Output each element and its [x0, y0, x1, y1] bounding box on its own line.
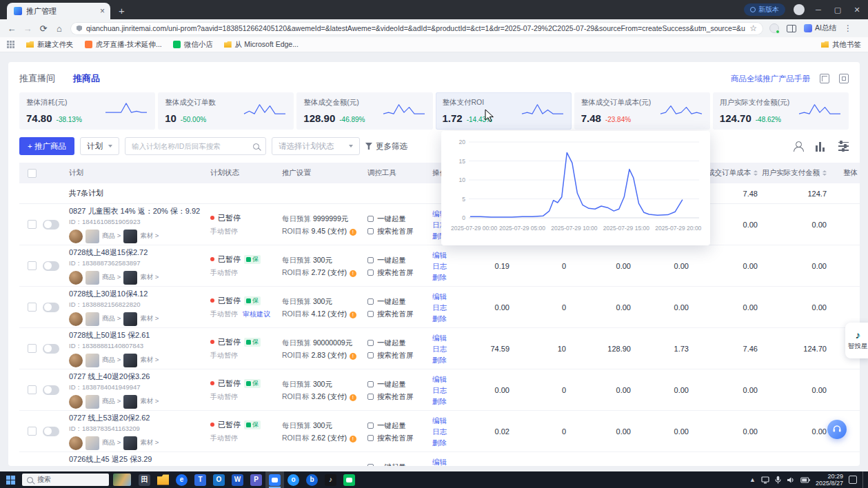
show-desktop-button[interactable]	[862, 471, 865, 488]
widgets-photo-icon[interactable]	[113, 474, 131, 486]
back-icon[interactable]: ←	[7, 24, 17, 33]
notification-center-icon[interactable]	[849, 476, 857, 484]
material-thumbnail[interactable]	[123, 312, 137, 326]
product-link[interactable]: 商品 >	[102, 273, 121, 282]
window-close-button[interactable]: ✕	[851, 6, 862, 14]
review-suggestion-link[interactable]: 审核建议	[243, 309, 270, 319]
material-thumbnail[interactable]	[123, 271, 137, 285]
app-icon-purple[interactable]: P	[247, 471, 265, 488]
row-checkbox[interactable]	[28, 303, 37, 312]
metric-card[interactable]: 整体成交金额(元)128.90-46.89%	[296, 92, 432, 130]
metric-card[interactable]: 整体成交订单成本(元)7.48-23.84%	[574, 92, 710, 130]
row-enable-toggle[interactable]	[43, 427, 59, 436]
browser-menu-icon[interactable]: ⋮	[844, 23, 852, 33]
url-text[interactable]: qianchuan.jinritemai.com/uni-prom?aavid=…	[86, 24, 745, 32]
op-link[interactable]: 编辑	[432, 415, 467, 426]
customer-service-button[interactable]	[827, 420, 847, 439]
forward-icon[interactable]: →	[23, 24, 32, 33]
product-thumbnail[interactable]	[85, 271, 99, 285]
op-link[interactable]: 日志	[432, 302, 467, 313]
material-thumbnail[interactable]	[123, 354, 137, 367]
campaign-name-link[interactable]: 0728线上48退15保2.72	[69, 247, 206, 258]
volume-icon[interactable]	[787, 476, 795, 484]
bookmark-item[interactable]: 虎牙直播-技术延伸...	[80, 39, 167, 51]
material-thumbnail[interactable]	[123, 436, 137, 450]
window-minimize-button[interactable]: ─	[813, 6, 824, 14]
metric-card[interactable]: 整体支付ROI1.72-14.43%	[436, 92, 572, 130]
material-thumbnail[interactable]	[123, 395, 137, 409]
chat-app-icon[interactable]	[265, 471, 284, 488]
row-enable-toggle[interactable]	[43, 303, 59, 312]
material-link[interactable]: 素材 >	[140, 438, 159, 447]
search-box[interactable]	[125, 137, 266, 155]
row-checkbox[interactable]	[28, 220, 37, 229]
tab-live-room[interactable]: 推直播间	[19, 72, 55, 85]
taskbar-search[interactable]: 搜索	[22, 474, 109, 486]
ai-summary-button[interactable]: AI总结	[804, 23, 836, 33]
op-link[interactable]: 日志	[432, 426, 467, 437]
row-checkbox[interactable]	[28, 427, 37, 436]
sort-icon[interactable]	[754, 170, 758, 176]
row-checkbox[interactable]	[28, 385, 37, 394]
metric-card[interactable]: 整体消耗(元)74.80-38.13%	[19, 92, 155, 130]
product-manual-link[interactable]: 商品全域推广产品手册	[731, 74, 810, 84]
material-thumbnail[interactable]	[123, 230, 137, 243]
tab-promote-product[interactable]: 推商品	[73, 72, 100, 85]
tray-chevron-up-icon[interactable]: ▲	[749, 476, 756, 483]
refresh-icon[interactable]: ⟳	[39, 24, 48, 33]
campaign-name-link[interactable]: 0728线上50退15 保2.61	[69, 330, 206, 340]
promote-product-button[interactable]: + 推广商品	[19, 137, 74, 155]
taskbar-clock[interactable]: 20:292025/8/27	[816, 473, 843, 487]
plan-type-select[interactable]: 计划	[80, 137, 119, 155]
bookmark-item[interactable]: 微信小店	[168, 39, 218, 51]
mic-icon[interactable]	[775, 476, 781, 484]
product-link[interactable]: 商品 >	[102, 397, 121, 406]
op-link[interactable]: 日志	[432, 261, 467, 272]
op-link[interactable]: 编辑	[432, 374, 467, 385]
start-button-icon[interactable]	[6, 476, 15, 485]
select-all-checkbox[interactable]	[28, 169, 37, 178]
campaign-name-link[interactable]: 0726线上45 退25 保3.29	[69, 454, 206, 465]
site-security-icon[interactable]	[77, 26, 82, 32]
split-screen-icon[interactable]	[787, 25, 796, 32]
app-icon-circle[interactable]: o	[284, 471, 303, 488]
file-explorer-icon[interactable]	[154, 471, 172, 488]
row-checkbox[interactable]	[28, 344, 37, 353]
row-enable-toggle[interactable]	[43, 385, 59, 395]
row-enable-toggle[interactable]	[43, 220, 59, 230]
bookmark-item[interactable]: 从 Microsoft Edge...	[219, 39, 303, 51]
more-filters-button[interactable]: 更多筛选	[365, 141, 407, 152]
layout-grid-icon[interactable]	[820, 74, 829, 83]
op-link[interactable]: 删除	[432, 354, 467, 365]
op-link[interactable]: 编辑	[432, 291, 467, 302]
tab-close-icon[interactable]: ×	[100, 6, 105, 16]
metric-card[interactable]: 整体成交订单数10-50.00%	[158, 92, 294, 130]
material-link[interactable]: 素材 >	[140, 232, 159, 241]
product-thumbnail[interactable]	[85, 354, 99, 367]
apps-grid-icon[interactable]	[7, 41, 14, 48]
home-icon[interactable]: ⌂	[54, 24, 64, 33]
campaign-name-link[interactable]: 0727 线上53退20保2.62	[69, 413, 206, 423]
product-link[interactable]: 商品 >	[102, 232, 121, 241]
campaign-name-link[interactable]: 0728线上30退10保4.12	[69, 289, 206, 299]
op-link[interactable]: 编辑	[432, 456, 467, 467]
browser-profile-avatar[interactable]	[794, 4, 805, 15]
edge-browser-icon[interactable]: e	[172, 471, 191, 488]
product-link[interactable]: 商品 >	[102, 438, 121, 447]
wecom-icon[interactable]	[340, 471, 359, 488]
battery-icon[interactable]	[800, 477, 810, 483]
new-tab-button[interactable]: +	[119, 5, 125, 17]
word-icon[interactable]: W	[228, 471, 247, 488]
op-link[interactable]: 编辑	[432, 250, 467, 261]
custom-audience-icon[interactable]	[793, 141, 803, 152]
column-header[interactable]: 用户实际支付金额	[774, 168, 843, 178]
douyin-icon[interactable]: ♪	[321, 471, 340, 488]
op-link[interactable]: 日志	[432, 385, 467, 396]
other-bookmarks[interactable]: 其他书签	[821, 40, 861, 50]
browser-tab[interactable]: 推广管理 ×	[7, 3, 110, 19]
bookmark-star-icon[interactable]: ☆	[749, 23, 757, 33]
display-icon[interactable]	[761, 476, 769, 484]
op-link[interactable]: 删除	[432, 313, 467, 324]
material-link[interactable]: 素材 >	[140, 273, 159, 282]
material-link[interactable]: 素材 >	[140, 314, 159, 323]
